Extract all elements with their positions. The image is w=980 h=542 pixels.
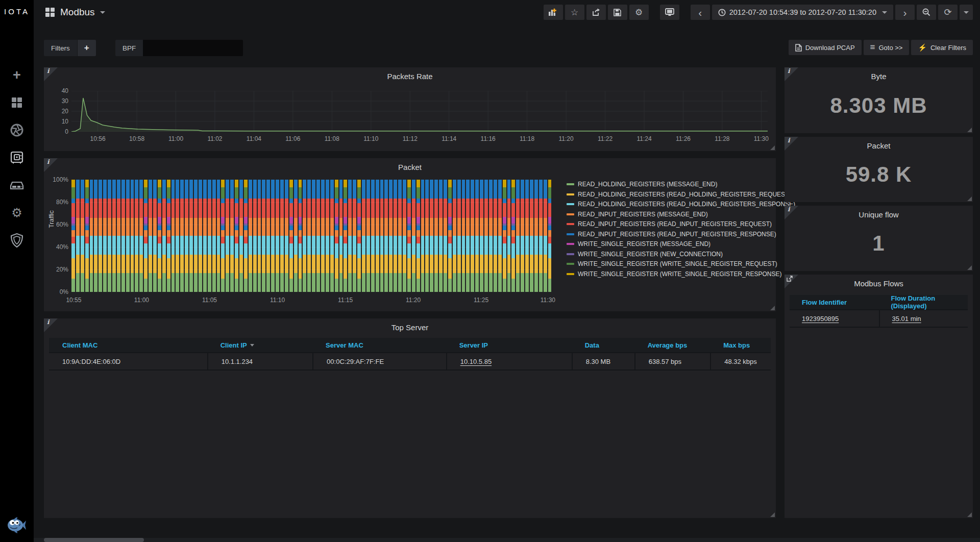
table-link[interactable]: 10.10.5.85 bbox=[460, 358, 492, 365]
goto-label: Goto >> bbox=[878, 44, 902, 52]
filters-label: Filters bbox=[44, 40, 77, 56]
stacked-bar bbox=[312, 180, 315, 292]
goto-button[interactable]: ≡ Goto >> bbox=[864, 40, 910, 55]
time-range-picker[interactable]: 2012-07-20 10:54:39 to 2012-07-20 11:30:… bbox=[712, 5, 893, 20]
panel-resize-handle[interactable] bbox=[770, 306, 775, 310]
add-panel-button[interactable] bbox=[544, 5, 563, 20]
packet-plot-area[interactable] bbox=[71, 180, 551, 292]
horizontal-scrollbar-track[interactable] bbox=[34, 538, 980, 542]
table-header-server-mac[interactable]: Server MAC bbox=[312, 341, 446, 349]
stacked-bar bbox=[144, 180, 148, 292]
packets-rate-plot-area[interactable] bbox=[71, 91, 768, 132]
legend-item[interactable]: READ_HOLDING_REGISTERS (READ_HOLDING_REG… bbox=[567, 201, 771, 208]
download-pcap-button[interactable]: Download PCAP bbox=[789, 40, 862, 55]
legend-item[interactable]: READ_HOLDING_REGISTERS (MESSAGE_END) bbox=[567, 181, 771, 188]
aperture-icon[interactable] bbox=[9, 122, 24, 138]
table-header-data[interactable]: Data bbox=[572, 341, 634, 349]
panel-title[interactable]: Packet bbox=[785, 137, 973, 152]
stacked-bar bbox=[548, 180, 552, 292]
stacked-bar bbox=[398, 180, 402, 292]
panel-title[interactable]: Packets Rate bbox=[44, 67, 776, 83]
sort-caret-icon bbox=[250, 344, 254, 347]
stacked-bar bbox=[489, 180, 493, 292]
legend-item[interactable]: READ_HOLDING_REGISTERS (READ_HOLDING_REG… bbox=[567, 191, 771, 198]
time-forward-button[interactable]: › bbox=[895, 5, 915, 20]
legend-item[interactable]: WRITE_SINGLE_REGISTER (WRITE_SINGLE_REGI… bbox=[567, 270, 771, 278]
stacked-bar bbox=[494, 180, 497, 292]
refresh-interval-dropdown[interactable] bbox=[960, 5, 973, 20]
flows-link[interactable]: 1923950895 bbox=[802, 315, 839, 323]
gear-icon[interactable]: ⚙ bbox=[9, 205, 24, 220]
clear-filters-button[interactable]: ⚡ Clear Filters bbox=[911, 40, 973, 55]
legend-item[interactable]: WRITE_SINGLE_REGISTER (MESSAGE_END) bbox=[567, 240, 771, 248]
flows-header[interactable]: Flow Duration (Displayed) bbox=[879, 294, 968, 310]
settings-button[interactable]: ⚙ bbox=[629, 5, 649, 20]
panel-title[interactable]: Byte bbox=[785, 67, 973, 83]
vault-icon[interactable] bbox=[9, 150, 24, 165]
y-tick-label: 80% bbox=[50, 199, 68, 206]
stat-value: 8.303 MB bbox=[785, 93, 973, 118]
mascot-fish-avatar[interactable] bbox=[6, 516, 27, 534]
stacked-bar bbox=[448, 180, 452, 292]
share-button[interactable] bbox=[586, 5, 606, 20]
y-tick-label: 30 bbox=[50, 97, 68, 105]
shield-icon[interactable] bbox=[9, 233, 24, 248]
legend-item[interactable]: READ_INPUT_REGISTERS (READ_INPUT_REGISTE… bbox=[567, 220, 771, 228]
time-range-caret-icon bbox=[882, 11, 887, 14]
legend-item[interactable]: WRITE_SINGLE_REGISTER (WRITE_SINGLE_REGI… bbox=[567, 260, 771, 267]
table-header-client-mac[interactable]: Client MAC bbox=[49, 341, 207, 349]
panel-title[interactable]: Top Server bbox=[44, 318, 776, 334]
legend-color-dash bbox=[567, 273, 574, 275]
table-header-average-bps[interactable]: Average bps bbox=[634, 341, 710, 349]
legend-color-dash bbox=[567, 253, 574, 255]
refresh-button[interactable]: ⟳ bbox=[938, 5, 958, 20]
flows-header[interactable]: Flow Identifier bbox=[790, 299, 879, 306]
dashboard-picker[interactable]: Modbus bbox=[45, 7, 105, 18]
stacked-bar bbox=[167, 180, 170, 292]
panel-resize-handle[interactable] bbox=[770, 145, 775, 150]
add-icon[interactable]: + bbox=[9, 67, 24, 83]
sidebar-icon-list: + bbox=[0, 67, 34, 248]
panel-title[interactable]: Packet bbox=[44, 158, 776, 174]
horizontal-scrollbar-thumb[interactable] bbox=[44, 538, 144, 542]
star-button[interactable]: ☆ bbox=[565, 5, 584, 20]
iota-logo[interactable]: IOTA bbox=[0, 7, 34, 16]
x-tick-label: 11:10 bbox=[270, 297, 285, 304]
panel-title[interactable]: Modbus Flows bbox=[785, 275, 973, 290]
table-header-max-bps[interactable]: Max bps bbox=[710, 341, 771, 349]
x-tick-label: 11:05 bbox=[202, 297, 217, 304]
table-header-client-ip[interactable]: Client IP bbox=[207, 341, 312, 349]
panel-resize-handle[interactable] bbox=[967, 196, 972, 201]
panel-resize-handle[interactable] bbox=[967, 512, 972, 517]
stacked-bar bbox=[471, 180, 474, 292]
flows-link[interactable]: 35.01 min bbox=[892, 315, 921, 323]
legend-label: READ_INPUT_REGISTERS (MESSAGE_END) bbox=[578, 211, 708, 218]
stacked-bar bbox=[357, 180, 361, 292]
panel-title[interactable]: Unique flow bbox=[785, 206, 973, 221]
bpf-input[interactable] bbox=[143, 40, 243, 56]
modbus-flows-panel: Modbus Flows Flow IdentifierFlow Duratio… bbox=[785, 275, 973, 518]
legend-item[interactable]: READ_INPUT_REGISTERS (MESSAGE_END) bbox=[567, 211, 771, 218]
app-root: IOTA + bbox=[0, 0, 980, 542]
table-header-label: Data bbox=[585, 341, 599, 349]
dashboards-grid-icon[interactable] bbox=[9, 95, 24, 110]
add-filter-button[interactable]: + bbox=[78, 40, 96, 56]
stacked-bar bbox=[389, 180, 393, 292]
stacked-bar bbox=[249, 180, 252, 292]
legend-item[interactable]: WRITE_SINGLE_REGISTER (NEW_CONNECTION) bbox=[567, 251, 771, 258]
zoom-out-button[interactable] bbox=[917, 5, 936, 20]
top-server-panel: i Top Server Client MACClient IPServer M… bbox=[44, 318, 776, 518]
stacked-bar bbox=[430, 180, 433, 292]
storage-drive-icon[interactable] bbox=[9, 178, 24, 193]
tv-mode-button[interactable] bbox=[660, 5, 679, 20]
time-back-button[interactable]: ‹ bbox=[691, 5, 710, 20]
legend-item[interactable]: READ_INPUT_REGISTERS (READ_INPUT_REGISTE… bbox=[567, 231, 771, 238]
panel-resize-handle[interactable] bbox=[967, 128, 972, 132]
x-tick-label: 11:15 bbox=[338, 297, 353, 304]
table-value: 00:0C:29:AF:7F:FE bbox=[327, 358, 384, 365]
panel-resize-handle[interactable] bbox=[967, 265, 972, 270]
panel-resize-handle[interactable] bbox=[770, 512, 775, 517]
legend-color-dash bbox=[567, 193, 574, 195]
table-header-server-ip[interactable]: Server IP bbox=[446, 341, 572, 349]
save-button[interactable] bbox=[608, 5, 627, 20]
